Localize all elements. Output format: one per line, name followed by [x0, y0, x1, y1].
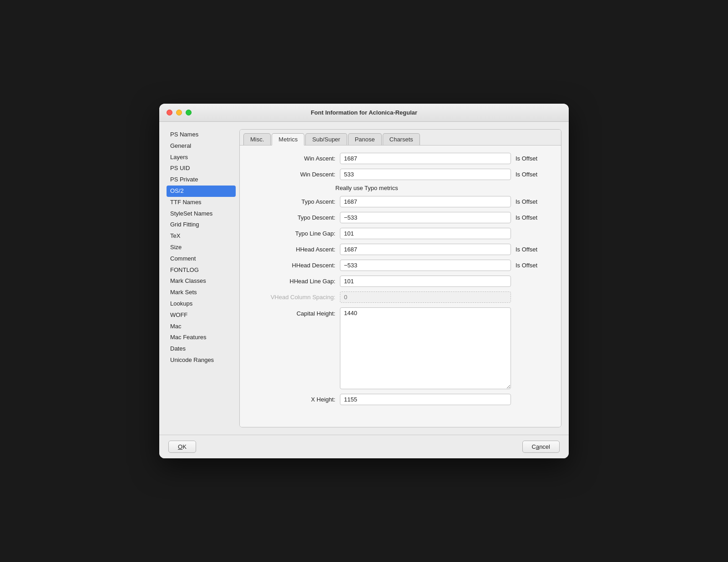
vhead-column-spacing-label: VHead Column Spacing:: [249, 294, 335, 301]
win-descent-label: Win Descent:: [249, 171, 335, 178]
hhead-line-gap-label: HHead Line Gap:: [249, 278, 335, 285]
ok-button[interactable]: OK: [168, 441, 196, 453]
x-height-row: X Height:: [249, 394, 552, 405]
sidebar-item-ps-private[interactable]: PS Private: [167, 174, 236, 186]
hhead-ascent-input[interactable]: [340, 244, 511, 255]
sidebar-item-ttf-names[interactable]: TTF Names: [167, 197, 236, 208]
window-footer: OK Cancel: [159, 435, 569, 458]
sidebar-item-mac-features[interactable]: Mac Features: [167, 332, 236, 343]
typo-line-gap-label: Typo Line Gap:: [249, 230, 335, 237]
win-ascent-input[interactable]: [340, 153, 511, 164]
sidebar-item-mark-sets[interactable]: Mark Sets: [167, 287, 236, 298]
win-descent-input[interactable]: [340, 169, 511, 180]
sidebar-item-size[interactable]: Size: [167, 242, 236, 253]
form-content: Win Ascent: Is Offset Win Descent: Is Of…: [240, 146, 561, 427]
capital-height-row: Capital Height: 1440: [249, 307, 552, 389]
tab-charsets[interactable]: Charsets: [383, 133, 420, 145]
sidebar-item-woff[interactable]: WOFF: [167, 310, 236, 321]
hhead-descent-input[interactable]: [340, 260, 511, 271]
typo-descent-input[interactable]: [340, 212, 511, 223]
hhead-ascent-suffix: Is Offset: [516, 246, 552, 253]
typo-ascent-suffix: Is Offset: [516, 198, 552, 205]
sidebar-item-mac[interactable]: Mac: [167, 321, 236, 332]
typo-descent-row: Typo Descent: Is Offset: [249, 212, 552, 223]
hhead-descent-row: HHead Descent: Is Offset: [249, 260, 552, 271]
main-content: Misc.MetricsSub/SuperPanoseCharsets Win …: [239, 129, 561, 427]
vhead-column-spacing-input[interactable]: [340, 291, 511, 303]
typo-line-gap-row: Typo Line Gap:: [249, 228, 552, 239]
x-height-input[interactable]: [340, 394, 511, 405]
close-button[interactable]: [167, 110, 172, 115]
hhead-descent-suffix: Is Offset: [516, 262, 552, 269]
window-body: PS NamesGeneralLayersPS UIDPS PrivateOS/…: [159, 122, 569, 435]
hhead-ascent-label: HHead Ascent:: [249, 246, 335, 253]
sidebar-item-unicode-ranges[interactable]: Unicode Ranges: [167, 355, 236, 366]
vhead-column-spacing-row: VHead Column Spacing:: [249, 291, 552, 303]
hhead-ascent-row: HHead Ascent: Is Offset: [249, 244, 552, 255]
hhead-line-gap-row: HHead Line Gap:: [249, 276, 552, 287]
sidebar-item-styleset-names[interactable]: StyleSet Names: [167, 208, 236, 220]
sidebar-item-layers[interactable]: Layers: [167, 152, 236, 163]
capital-height-label: Capital Height:: [249, 307, 335, 317]
really-use-text: Really use Typo metrics: [335, 185, 398, 191]
really-use-label[interactable]: Really use Typo metrics: [335, 185, 398, 191]
typo-descent-label: Typo Descent:: [249, 214, 335, 221]
win-descent-row: Win Descent: Is Offset: [249, 169, 552, 180]
window: Font Information for Aclonica-Regular PS…: [159, 104, 569, 458]
maximize-button[interactable]: [186, 110, 192, 115]
sidebar-item-tex[interactable]: TeX: [167, 231, 236, 242]
typo-line-gap-input[interactable]: [340, 228, 511, 239]
win-ascent-label: Win Ascent:: [249, 155, 335, 162]
traffic-lights: [167, 110, 192, 115]
sidebar: PS NamesGeneralLayersPS UIDPS PrivateOS/…: [167, 129, 239, 427]
window-title: Font Information for Aclonica-Regular: [311, 109, 417, 116]
typo-ascent-row: Typo Ascent: Is Offset: [249, 196, 552, 207]
x-height-label: X Height:: [249, 396, 335, 403]
sidebar-item-fontlog[interactable]: FONTLOG: [167, 265, 236, 276]
sidebar-item-dates[interactable]: Dates: [167, 343, 236, 355]
hhead-line-gap-input[interactable]: [340, 276, 511, 287]
win-ascent-row: Win Ascent: Is Offset: [249, 153, 552, 164]
minimize-button[interactable]: [176, 110, 182, 115]
sidebar-item-mark-classes[interactable]: Mark Classes: [167, 276, 236, 287]
hhead-descent-label: HHead Descent:: [249, 262, 335, 269]
sidebar-item-lookups[interactable]: Lookups: [167, 298, 236, 310]
cancel-button[interactable]: Cancel: [522, 441, 560, 453]
sidebar-item-ps-names[interactable]: PS Names: [167, 129, 236, 140]
capital-height-textarea[interactable]: 1440: [340, 307, 511, 389]
sidebar-item-os/2[interactable]: OS/2: [167, 186, 236, 197]
really-use-row: Really use Typo metrics: [249, 185, 552, 191]
tab-misc.[interactable]: Misc.: [243, 133, 271, 145]
win-ascent-suffix: Is Offset: [516, 155, 552, 162]
sidebar-item-ps-uid[interactable]: PS UID: [167, 163, 236, 174]
typo-descent-suffix: Is Offset: [516, 214, 552, 221]
typo-ascent-input[interactable]: [340, 196, 511, 207]
sidebar-item-grid-fitting[interactable]: Grid Fitting: [167, 219, 236, 231]
win-descent-suffix: Is Offset: [516, 171, 552, 178]
titlebar: Font Information for Aclonica-Regular: [159, 104, 569, 122]
tabs: Misc.MetricsSub/SuperPanoseCharsets: [240, 130, 561, 146]
tab-metrics[interactable]: Metrics: [272, 133, 304, 146]
typo-ascent-label: Typo Ascent:: [249, 198, 335, 205]
sidebar-item-general[interactable]: General: [167, 140, 236, 152]
tab-sub-super[interactable]: Sub/Super: [305, 133, 347, 145]
sidebar-item-comment[interactable]: Comment: [167, 253, 236, 265]
tab-panose[interactable]: Panose: [348, 133, 382, 145]
